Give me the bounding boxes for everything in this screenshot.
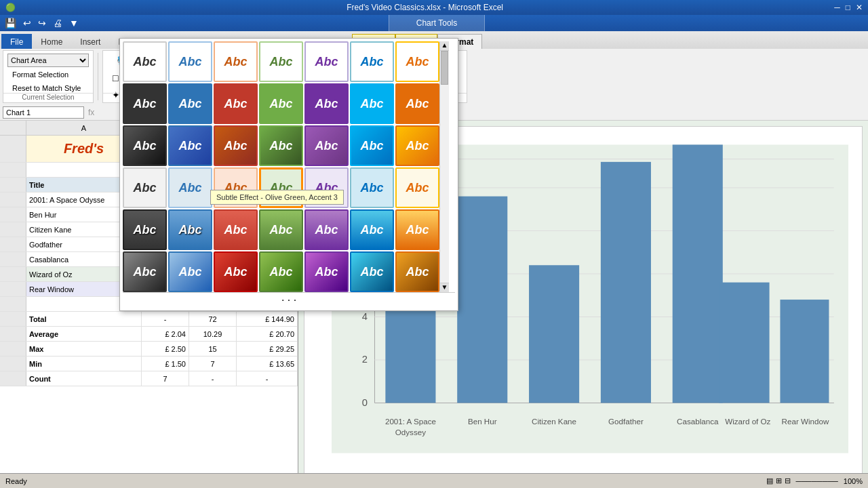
wordart-item[interactable]: Abc (214, 251, 258, 292)
stat-qty[interactable]: 15 (189, 342, 237, 356)
wordart-item[interactable]: Abc (395, 41, 439, 82)
wordart-item[interactable]: Abc (168, 251, 212, 292)
name-box[interactable] (3, 106, 84, 119)
wordart-item[interactable]: Abc (350, 83, 394, 124)
wordart-item[interactable]: Abc (395, 125, 439, 166)
stat-label[interactable]: Count (26, 371, 142, 386)
minimize-icon[interactable]: ─ (834, 3, 840, 12)
print-button[interactable]: 🖨 (51, 18, 64, 28)
wordart-item[interactable]: Abc (214, 83, 258, 124)
wordart-item[interactable]: Abc (214, 41, 258, 82)
shape-outline-icon: □ (113, 73, 118, 83)
stat-price[interactable]: £ 2.50 (142, 342, 189, 356)
scroll-up-button[interactable]: ▲ (440, 41, 449, 51)
stat-label[interactable]: Max (26, 342, 142, 356)
bar-citizen-kane[interactable] (529, 265, 579, 403)
bar-godfather[interactable] (601, 162, 651, 403)
svg-text:4: 4 (362, 311, 368, 322)
dropdown-scrollbar[interactable]: ▲ ▼ (439, 41, 449, 292)
wordart-item[interactable]: Abc (168, 167, 212, 208)
stat-total[interactable]: £ 20.70 (237, 327, 298, 341)
window-title: Fred's Video Classics.xlsx - Microsoft E… (16, 3, 834, 12)
zoom-slider[interactable]: ──────── (796, 477, 838, 485)
svg-text:Casablanca: Casablanca (677, 417, 719, 426)
redo-button[interactable]: ↪ (36, 18, 48, 28)
wordart-item[interactable]: Abc (214, 209, 258, 250)
wordart-item[interactable]: Abc (350, 209, 394, 250)
stat-qty[interactable]: 10.29 (189, 327, 237, 341)
stat-total[interactable]: £ 29.25 (237, 342, 298, 356)
bar-ben-hur[interactable] (457, 197, 507, 403)
wordart-item[interactable]: Abc (350, 125, 394, 166)
bar-casablanca[interactable] (673, 144, 723, 403)
stat-label[interactable]: Average (26, 327, 142, 341)
wordart-item[interactable]: Abc (123, 251, 167, 292)
view-layout-icon[interactable]: ⊞ (776, 476, 782, 485)
stat-price[interactable]: - (142, 312, 189, 326)
wordart-item[interactable]: Abc (123, 41, 167, 82)
stat-qty[interactable]: 72 (189, 312, 237, 326)
wordart-item[interactable]: Abc (259, 125, 303, 166)
maximize-icon[interactable]: □ (846, 3, 850, 12)
status-ready: Ready (5, 477, 27, 485)
wordart-item[interactable]: Abc (259, 83, 303, 124)
format-selection-button[interactable]: Format Selection (7, 68, 89, 81)
wordart-item[interactable]: Abc (350, 251, 394, 292)
wordart-item[interactable]: Abc (168, 83, 212, 124)
window-controls[interactable]: ─ □ ✕ (834, 3, 863, 12)
save-button[interactable]: 💾 (3, 18, 18, 28)
stat-total[interactable]: £ 13.65 (237, 357, 298, 371)
wordart-item[interactable]: Abc (259, 41, 303, 82)
svg-text:Wizard of Oz: Wizard of Oz (725, 417, 770, 426)
tab-insert[interactable]: Insert (71, 34, 109, 49)
stat-price[interactable]: £ 1.50 (142, 357, 189, 371)
wordart-item[interactable]: Abc (123, 209, 167, 250)
svg-text:2001: A Space: 2001: A Space (385, 417, 436, 426)
view-normal-icon[interactable]: ▤ (766, 476, 773, 485)
stat-qty[interactable]: - (189, 371, 237, 386)
wordart-item[interactable]: Abc (123, 125, 167, 166)
wordart-item[interactable]: Abc (350, 167, 394, 208)
wordart-item[interactable]: Abc (168, 125, 212, 166)
chart-area-select[interactable]: Chart Area (7, 54, 89, 67)
wordart-item[interactable]: Abc (304, 125, 349, 166)
stat-label[interactable]: Min (26, 357, 142, 371)
wordart-item[interactable]: Abc (395, 167, 439, 208)
bar-rear-window[interactable] (780, 300, 829, 403)
scroll-down-button[interactable]: ▼ (440, 283, 449, 292)
bar-wizard[interactable] (719, 283, 770, 403)
wordart-item[interactable]: Abc (395, 83, 439, 124)
view-page-break-icon[interactable]: ⊟ (785, 476, 791, 485)
wordart-item[interactable]: Abc (304, 209, 349, 250)
customize-button[interactable]: ▼ (67, 18, 81, 28)
wordart-item[interactable]: Abc (304, 83, 349, 124)
close-icon[interactable]: ✕ (856, 3, 863, 12)
wordart-item[interactable]: Abc (304, 41, 349, 82)
stats-row-total: Total - 72 £ 144.90 (0, 312, 298, 327)
stats-row-min: Min £ 1.50 7 £ 13.65 (0, 357, 298, 371)
stat-total[interactable]: - (237, 371, 298, 386)
stat-total[interactable]: £ 144.90 (237, 312, 298, 326)
wordart-item[interactable]: Abc (350, 41, 394, 82)
wordart-styles-dropdown: Abc Abc Abc Abc Abc Abc Abc Abc Abc Abc … (119, 38, 458, 311)
undo-button[interactable]: ↩ (21, 18, 33, 28)
scroll-thumb[interactable] (441, 51, 448, 85)
tab-home[interactable]: Home (32, 34, 71, 49)
svg-text:Odyssey: Odyssey (395, 428, 426, 436)
stat-label[interactable]: Total (26, 312, 142, 326)
stat-price[interactable]: 7 (142, 371, 189, 386)
stat-qty[interactable]: 7 (189, 357, 237, 371)
wordart-item[interactable]: Abc (168, 41, 212, 82)
wordart-item[interactable]: Abc (395, 251, 439, 292)
row-num (0, 222, 26, 237)
wordart-item[interactable]: Abc (123, 83, 167, 124)
tab-file[interactable]: File (1, 34, 32, 49)
wordart-item[interactable]: Abc (168, 209, 212, 250)
wordart-item[interactable]: Abc (259, 251, 303, 292)
wordart-item[interactable]: Abc (259, 209, 303, 250)
wordart-item[interactable]: Abc (395, 209, 439, 250)
wordart-item[interactable]: Abc (123, 167, 167, 208)
wordart-item[interactable]: Abc (304, 251, 349, 292)
wordart-item[interactable]: Abc (214, 125, 258, 166)
stat-price[interactable]: £ 2.04 (142, 327, 189, 341)
